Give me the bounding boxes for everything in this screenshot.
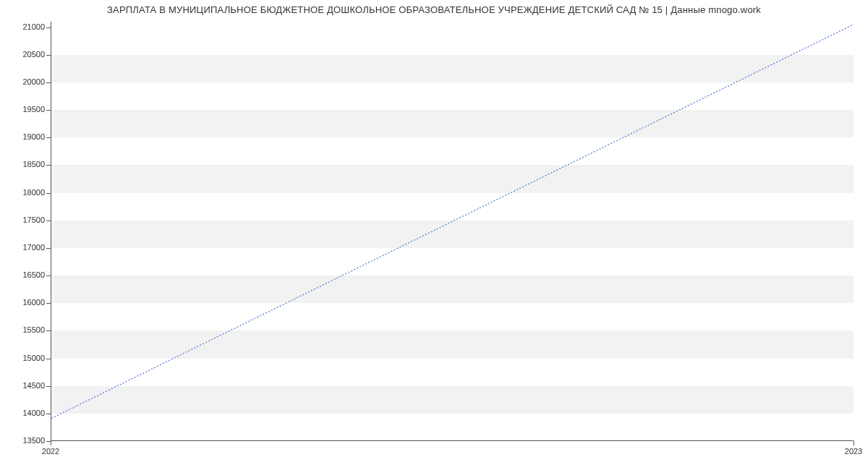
y-tick-mark [46,359,51,359]
y-tick-mark [46,248,51,249]
y-tick-mark [46,303,51,304]
y-tick-mark [46,165,51,166]
y-tick-label: 14000 [22,409,45,417]
y-tick-label: 21000 [22,22,45,31]
y-tick-label: 20500 [22,50,45,59]
x-tick-label: 2023 [845,447,862,456]
y-tick-mark [46,414,51,414]
y-tick-label: 19500 [22,105,45,114]
y-tick-label: 14500 [22,381,45,390]
x-tick-label: 2022 [42,447,59,456]
y-tick-label: 19000 [22,132,45,141]
y-tick-label: 15500 [22,325,45,334]
y-tick-mark [46,386,51,387]
y-tick-mark [46,55,51,56]
data-line [51,22,854,440]
chart-title: ЗАРПЛАТА В МУНИЦИПАЛЬНОЕ БЮДЖЕТНОЕ ДОШКО… [0,4,868,15]
y-tick-mark [46,110,51,111]
y-tick-label: 18500 [22,160,45,168]
y-tick-mark [46,221,51,221]
y-tick-label: 16500 [22,270,45,279]
y-tick-mark [46,27,51,28]
y-tick-mark [46,275,51,276]
plot-area [51,22,854,441]
y-tick-mark [46,82,51,83]
x-tick-mark [854,441,854,445]
y-tick-mark [46,137,51,138]
y-tick-label: 17000 [22,243,45,252]
y-tick-label: 15000 [22,354,45,362]
y-tick-label: 16000 [22,298,45,307]
y-tick-mark [46,193,51,194]
y-tick-mark [46,330,51,331]
x-tick-mark [51,441,51,445]
y-tick-label: 18000 [22,188,45,197]
y-tick-label: 20000 [22,77,45,86]
y-tick-label: 17500 [22,215,45,224]
y-tick-label: 13500 [22,436,45,445]
